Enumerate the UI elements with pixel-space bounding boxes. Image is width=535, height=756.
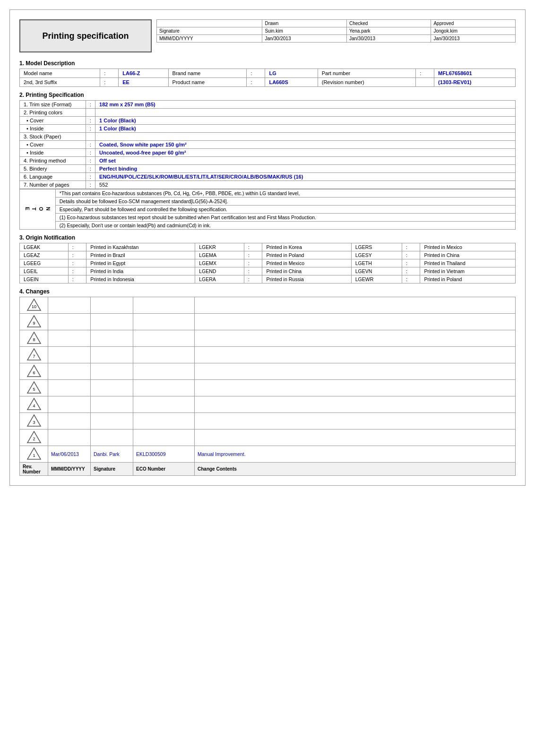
revision-date [48, 380, 91, 396]
origin-lgesy-text: Printed in China [420, 251, 516, 259]
svg-text:2: 2 [33, 437, 35, 441]
revision-contents [195, 380, 516, 396]
spec-value-bindery: Perfect binding [95, 165, 516, 173]
page: Printing specification Drawn Checked App… [9, 9, 526, 486]
origin-lgeak-colon: : [68, 243, 86, 251]
revision-signature [91, 347, 133, 363]
origin-lgesy-code: LGESY [351, 251, 402, 259]
revision-date [48, 430, 91, 446]
changes-row: 5 [20, 380, 516, 396]
svg-text:4: 4 [33, 404, 35, 408]
revision-date [48, 330, 91, 347]
spec-row-cover-stock: • Cover : Coated, Snow white paper 150 g… [20, 141, 516, 149]
origin-lgewr-code: LGEWR [351, 275, 402, 284]
revision-contents [195, 430, 516, 446]
origin-lgeaz-colon: : [68, 251, 86, 259]
revision-eco [133, 363, 195, 380]
origin-lgeil-colon: : [68, 267, 86, 275]
origin-table: LGEAK : Printed in Kazakhstan LGEKR : Pr… [19, 243, 516, 284]
revision-label: (Revision number) [318, 78, 415, 87]
revision-eco [133, 396, 195, 413]
revision-contents [195, 363, 516, 380]
origin-lgewr-text: Printed in Poland [420, 275, 516, 284]
spec-row-inside-color: • Inside : 1 Color (Black) [20, 125, 516, 133]
spec-label-bindery: 5. Bindery [20, 165, 86, 173]
origin-lgend-code: LGEND [195, 267, 244, 275]
svg-text:10: 10 [31, 304, 36, 309]
note-side-letters: NOTE [20, 189, 56, 230]
svg-text:3: 3 [33, 420, 35, 425]
checked-date: Jan/30/2013 [346, 35, 431, 43]
revision-date [48, 396, 91, 413]
part-number-colon: : [416, 69, 434, 78]
header-table-wrap: Drawn Checked Approved Signature Suin.ki… [156, 19, 516, 52]
revision-signature [91, 413, 133, 430]
revision-triangle-cell: 3 [20, 413, 48, 430]
revision-triangle-icon: 4 [26, 397, 42, 411]
origin-lgevn-text: Printed in Vietnam [420, 267, 516, 275]
origin-lgeaz-text: Printed in Brazil [86, 251, 195, 259]
spec-label-cover-color: • Cover [20, 117, 86, 125]
model-name-label: Model name [20, 69, 100, 78]
spec-row-bindery: 5. Bindery : Perfect binding [20, 165, 516, 173]
spec-value-language: ENG/HUN/POL/CZE/SLK/ROM/BUL/EST/LIT/LAT/… [95, 173, 516, 181]
origin-row-4: LGEIL : Printed in India LGEND : Printed… [20, 267, 516, 275]
revision-triangle-cell: 10 [20, 297, 48, 314]
origin-row-5: LGEIN : Printed in Indonesia LGERA : Pri… [20, 275, 516, 284]
revision-date [48, 347, 91, 363]
revision-triangle-cell: 5 [20, 380, 48, 396]
spec-row-colors: 2. Printing colors [20, 109, 516, 117]
suffix-colon: : [100, 78, 119, 87]
revision-triangle-cell: 2 [20, 430, 48, 446]
revision-triangle-cell: 4 [20, 396, 48, 413]
footer-rev-number: Rev. Number [20, 463, 48, 476]
spec-value-stock [95, 133, 516, 141]
spec-label-language: 6. Language [20, 173, 86, 181]
origin-lgein-colon: : [68, 275, 86, 284]
revision-triangle-icon: 1 [26, 447, 42, 460]
note-line-3: Especially, Part should be followed and … [55, 206, 515, 214]
origin-lgera-text: Printed in Russia [262, 275, 351, 284]
spec-row-inside-stock: • Inside : Uncoated, wood-free paper 60 … [20, 149, 516, 157]
spec-value-pages: 552 [95, 181, 516, 189]
section3-title: 3. Origin Notification [19, 234, 516, 241]
spec-colon-pages: : [86, 181, 95, 189]
origin-lgeeg-text: Printed in Egypt [86, 259, 195, 267]
revision-signature [91, 297, 133, 314]
origin-row-2: LGEAZ : Printed in Brazil LGEMA : Printe… [20, 251, 516, 259]
revision-triangle-icon: 3 [26, 414, 42, 427]
revision-triangle-icon: 2 [26, 430, 42, 444]
footer-date: MMM/DD/YYYY [48, 463, 91, 476]
header-empty [157, 20, 262, 27]
spec-row-trim: 1. Trim size (Format) : 182 mm x 257 mm … [20, 101, 516, 109]
revision-triangle-cell: 8 [20, 330, 48, 347]
revision-signature [91, 396, 133, 413]
model-description-table: Model name : LA66-Z Brand name : LG Part… [19, 69, 516, 87]
revision-date [48, 413, 91, 430]
origin-lgesy-colon: : [402, 251, 420, 259]
origin-lgera-code: LGERA [195, 275, 244, 284]
spec-colon-bindery: : [86, 165, 95, 173]
svg-text:7: 7 [33, 354, 35, 359]
spec-value-inside-color: 1 Color (Black) [95, 125, 516, 133]
spec-label-pages: 7. Number of pages [20, 181, 86, 189]
origin-lgeth-colon: : [402, 259, 420, 267]
origin-lgers-code: LGERS [351, 243, 402, 251]
date-label: MMM/DD/YYYY [157, 35, 262, 43]
svg-text:9: 9 [33, 321, 35, 326]
origin-lgema-colon: : [244, 251, 262, 259]
revision-triangle-icon: 9 [26, 315, 42, 328]
revision-signature [91, 380, 133, 396]
origin-lgemx-text: Printed in Mexico [262, 259, 351, 267]
header-checked-label: Checked [346, 20, 431, 27]
note-line-1: *This part contains Eco-hazardous substa… [55, 189, 515, 198]
origin-lgein-text: Printed in Indonesia [86, 275, 195, 284]
changes-row: 10 [20, 297, 516, 314]
header-approved-label: Approved [431, 20, 516, 27]
print-spec-table: 1. Trim size (Format) : 182 mm x 257 mm … [19, 100, 516, 189]
revision-eco [133, 297, 195, 314]
revision-signature [91, 363, 133, 380]
revision-eco [133, 430, 195, 446]
footer-contents: Change Contents [195, 463, 516, 476]
changes-row: 1 Mar/06/2013Danbi. ParkEKLD300509Manual… [20, 446, 516, 463]
